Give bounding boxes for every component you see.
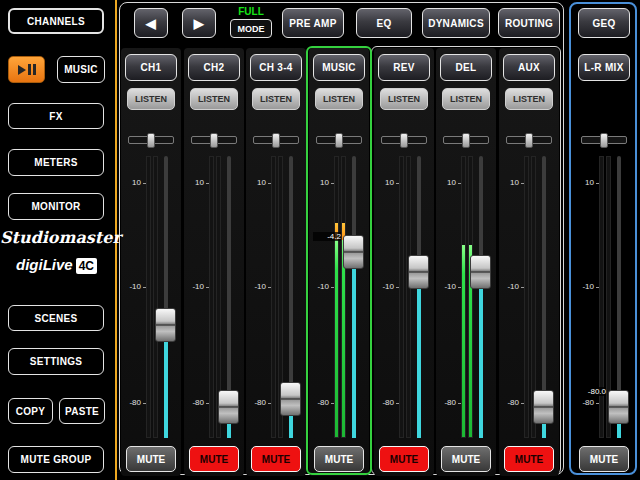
level-meter (406, 156, 411, 438)
scale-label: -80 (184, 399, 204, 407)
pan-handle[interactable] (525, 133, 533, 148)
geq-button[interactable]: GEQ (578, 8, 630, 38)
fader-handle[interactable] (608, 390, 629, 424)
fader-track[interactable] (164, 156, 168, 438)
meter-fill (462, 245, 465, 437)
brand-logo: Studiomaster digiLive4C (0, 228, 113, 274)
scale-label: 10 (121, 179, 141, 187)
left-arrow-icon: ◀ (146, 16, 156, 31)
dynamics-button[interactable]: DYNAMICS (422, 8, 490, 38)
pan-slider[interactable] (443, 133, 489, 148)
scale-label: -10 (436, 283, 456, 291)
fader-zone: 10 -10 -80 (374, 152, 434, 448)
pan-handle[interactable] (462, 133, 470, 148)
scale-label: -10 (499, 283, 519, 291)
fader-handle[interactable] (155, 308, 176, 342)
mute-button[interactable]: MUTE (579, 446, 629, 472)
scale-label: -10 (574, 283, 594, 291)
channels-button[interactable]: CHANNELS (8, 8, 104, 34)
fader-handle[interactable] (280, 382, 301, 416)
play-icon (18, 65, 26, 75)
listen-button[interactable]: LISTEN (442, 88, 490, 110)
mute-button[interactable]: MUTE (251, 446, 301, 472)
pan-slider[interactable] (253, 133, 299, 148)
fader-zone: 10 -10 -80 (246, 152, 306, 448)
copy-button[interactable]: COPY (8, 398, 53, 424)
prev-layer-button[interactable]: ◀ (134, 8, 168, 38)
fader-fill (417, 272, 421, 438)
eq-button[interactable]: EQ (356, 8, 412, 38)
scale-label: 10 (374, 179, 394, 187)
pan-handle[interactable] (147, 133, 155, 148)
scenes-button[interactable]: SCENES (8, 305, 104, 331)
meters-button[interactable]: METERS (8, 149, 104, 176)
fader-zone: 10 -10 -80 (436, 152, 496, 448)
mute-button[interactable]: MUTE (504, 446, 554, 472)
channel-select-button[interactable]: CH 3-4 (250, 54, 302, 81)
listen-button[interactable]: LISTEN (190, 88, 238, 110)
settings-button[interactable]: SETTINGS (8, 348, 104, 375)
listen-button[interactable]: LISTEN (380, 88, 428, 110)
paste-button[interactable]: PASTE (59, 398, 105, 424)
channel-strip: CH1 LISTEN 10 -10 -80 MUTE (121, 48, 181, 476)
fader-handle[interactable] (218, 390, 239, 424)
pan-slider[interactable] (581, 133, 627, 148)
level-meter (524, 156, 529, 438)
level-meter (146, 156, 151, 438)
play-pause-button[interactable] (8, 56, 45, 83)
fader-handle[interactable] (408, 255, 429, 289)
fader-zone: 10 -10 -80 -80.0 (574, 152, 634, 448)
listen-button[interactable]: LISTEN (127, 88, 175, 110)
channel-strip: DEL LISTEN 10 -10 -80 MUTE (436, 48, 496, 476)
fader-zone: 10 -10 -80 (184, 152, 244, 448)
selected-channel-box (306, 46, 372, 475)
channel-select-button[interactable]: L-R MIX (578, 54, 630, 81)
mute-button[interactable]: MUTE (379, 446, 429, 472)
level-meter (209, 156, 214, 438)
channel-select-button[interactable]: AUX (503, 54, 555, 81)
mute-group-button[interactable]: MUTE GROUP (8, 446, 104, 473)
scale-label: -80 (574, 399, 594, 407)
scale-label: -80 (436, 399, 456, 407)
channel-strip: AUX LISTEN 10 -10 -80 MUTE (499, 48, 559, 476)
next-layer-button[interactable]: ▶ (182, 8, 216, 38)
pan-handle[interactable] (400, 133, 408, 148)
mute-button[interactable]: MUTE (126, 446, 176, 472)
scale-label: -80 (374, 399, 394, 407)
fader-zone: 10 -10 -80 (499, 152, 559, 448)
fader-handle[interactable] (533, 390, 554, 424)
fader-handle[interactable] (470, 255, 491, 289)
scale-label: -10 (374, 283, 394, 291)
channel-select-button[interactable]: REV (378, 54, 430, 81)
pan-slider[interactable] (506, 133, 552, 148)
mute-button[interactable]: MUTE (441, 446, 491, 472)
listen-button[interactable]: LISTEN (252, 88, 300, 110)
preamp-button[interactable]: PRE AMP (282, 8, 344, 38)
fader-track[interactable] (417, 156, 421, 438)
routing-button[interactable]: ROUTING (498, 8, 560, 38)
channel-select-button[interactable]: CH2 (188, 54, 240, 81)
scale-label: -10 (184, 283, 204, 291)
mode-button[interactable]: MODE (230, 19, 272, 38)
fader-track[interactable] (479, 156, 483, 438)
pan-slider[interactable] (191, 133, 237, 148)
fx-button[interactable]: FX (8, 103, 104, 129)
listen-button[interactable]: LISTEN (505, 88, 553, 110)
mute-button[interactable]: MUTE (189, 446, 239, 472)
right-arrow-icon: ▶ (194, 16, 204, 31)
pause-bar-icon (33, 64, 36, 75)
channel-strip: L-R MIX 10 -10 -80 -80.0 MUTE (574, 48, 634, 476)
scale-label: 10 (246, 179, 266, 187)
channel-select-button[interactable]: CH1 (125, 54, 177, 81)
pan-slider[interactable] (128, 133, 174, 148)
pan-handle[interactable] (272, 133, 280, 148)
pan-handle[interactable] (210, 133, 218, 148)
pan-slider[interactable] (381, 133, 427, 148)
scale-label: 10 (574, 179, 594, 187)
channel-select-button[interactable]: DEL (440, 54, 492, 81)
music-player-button[interactable]: MUSIC (57, 56, 105, 83)
level-meter (461, 156, 466, 438)
pan-handle[interactable] (600, 133, 608, 148)
monitor-button[interactable]: MONITOR (8, 193, 104, 220)
scale-label: -10 (246, 283, 266, 291)
